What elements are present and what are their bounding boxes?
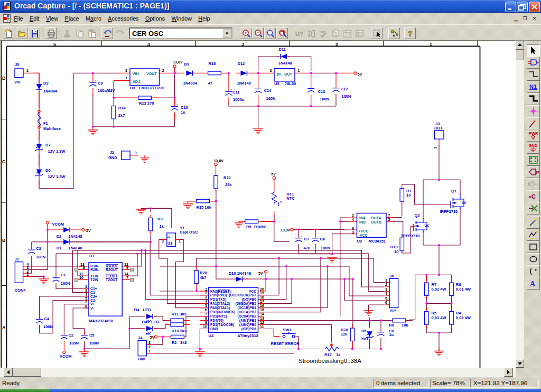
svg-text:RESET ERROR: RESET ERROR bbox=[271, 341, 300, 346]
svg-text:«C: «C bbox=[528, 193, 536, 200]
svg-text:(OC1B)PB4: (OC1B)PB4 bbox=[237, 306, 256, 310]
svg-text:6: 6 bbox=[385, 301, 387, 304]
svg-text:7: 7 bbox=[126, 276, 128, 279]
svg-text:U2: U2 bbox=[357, 239, 362, 244]
svg-text:D6: D6 bbox=[45, 168, 51, 173]
svg-text:LED: LED bbox=[143, 307, 152, 312]
svg-text:R12: R12 bbox=[223, 175, 231, 180]
svg-text:Stroombewaking0..38A: Stroombewaking0..38A bbox=[299, 358, 361, 364]
svg-text:3: 3 bbox=[385, 287, 387, 291]
svg-text:SW1: SW1 bbox=[283, 328, 291, 332]
svg-text:12: 12 bbox=[260, 321, 264, 324]
svg-text:C1+: C1+ bbox=[90, 287, 97, 291]
svg-text:5V: 5V bbox=[258, 272, 263, 275]
svg-text:PA2(RESET): PA2(RESET) bbox=[210, 290, 231, 294]
svg-text:100N: 100N bbox=[43, 324, 53, 329]
svg-text:5: 5 bbox=[85, 296, 87, 300]
svg-text:U4: U4 bbox=[209, 333, 214, 338]
svg-text:(DO)PB6: (DO)PB6 bbox=[242, 297, 256, 302]
svg-text:D4: D4 bbox=[134, 307, 139, 312]
svg-text:14: 14 bbox=[124, 272, 128, 276]
svg-text:5: 5 bbox=[205, 304, 207, 307]
svg-text:ATtiny2313: ATtiny2313 bbox=[237, 333, 258, 338]
svg-text:D3: D3 bbox=[43, 81, 49, 86]
svg-text:PD3(INT1): PD3(INT1) bbox=[210, 314, 227, 319]
svg-text:1: 1 bbox=[27, 273, 29, 276]
svg-text:(OC0A)PB2: (OC0A)PB2 bbox=[237, 314, 256, 319]
svg-text:C10: C10 bbox=[181, 105, 188, 110]
svg-text:4: 4 bbox=[85, 293, 87, 296]
svg-text:1: 1 bbox=[433, 147, 437, 149]
svg-text:R13 270: R13 270 bbox=[139, 101, 154, 106]
svg-text:16: 16 bbox=[260, 304, 264, 307]
svg-text:R17: R17 bbox=[324, 352, 332, 357]
svg-text:?: ? bbox=[408, 30, 413, 38]
svg-text:11: 11 bbox=[260, 325, 264, 329]
svg-text:C2-: C2- bbox=[90, 298, 96, 302]
svg-text:D7: D7 bbox=[45, 143, 51, 147]
svg-text:1: 1 bbox=[148, 349, 151, 353]
svg-text:C6: C6 bbox=[320, 237, 325, 241]
svg-text:2: 2 bbox=[335, 42, 338, 47]
svg-text:3: 3 bbox=[352, 230, 354, 234]
svg-text:(OC1A)PB3: (OC1A)PB3 bbox=[237, 310, 256, 314]
svg-text:MC34151: MC34151 bbox=[369, 239, 386, 244]
svg-text:(ICP)PD6: (ICP)PD6 bbox=[241, 327, 257, 331]
svg-text:t: t bbox=[278, 200, 280, 208]
svg-text:22k: 22k bbox=[225, 182, 232, 187]
svg-text:1N4148: 1N4148 bbox=[68, 234, 82, 239]
svg-text:1N4004: 1N4004 bbox=[183, 81, 198, 86]
svg-text:CER OSC: CER OSC bbox=[180, 230, 198, 235]
svg-text:10: 10 bbox=[394, 249, 398, 254]
svg-text:J1: J1 bbox=[15, 257, 19, 262]
svg-text:1N4148: 1N4148 bbox=[237, 81, 251, 86]
svg-text:D12: D12 bbox=[238, 61, 245, 66]
svg-text:47: 47 bbox=[208, 81, 212, 86]
svg-text:13: 13 bbox=[260, 316, 264, 320]
svg-text:D10 1N4148: D10 1N4148 bbox=[229, 271, 251, 276]
svg-text:100N: 100N bbox=[321, 246, 330, 250]
svg-text:R2: R2 bbox=[172, 340, 177, 345]
svg-text:4: 4 bbox=[205, 300, 207, 303]
svg-text:2: 2 bbox=[162, 69, 164, 72]
svg-text:T2OUT: T2OUT bbox=[106, 278, 118, 282]
svg-text:1: 1 bbox=[205, 287, 207, 291]
svg-text:VCOM: VCOM bbox=[60, 354, 72, 359]
svg-text:R15 10k: R15 10k bbox=[197, 205, 212, 210]
svg-text:18: 18 bbox=[260, 295, 264, 299]
svg-text:F1: F1 bbox=[43, 121, 48, 126]
svg-text:(UCSK/SCK)PB7: (UCSK/SCK)PB7 bbox=[229, 293, 256, 297]
svg-text:C13: C13 bbox=[318, 89, 325, 94]
svg-text:IN: IN bbox=[277, 72, 281, 76]
svg-text:VIN: VIN bbox=[133, 72, 139, 76]
svg-text:C11: C11 bbox=[232, 90, 239, 95]
svg-text:6: 6 bbox=[205, 308, 207, 312]
svg-text:MAX232A/S0: MAX232A/S0 bbox=[89, 319, 113, 323]
svg-text:31: 31 bbox=[168, 241, 172, 246]
svg-text:Hall: Hall bbox=[138, 357, 145, 361]
svg-text:VCC: VCC bbox=[249, 290, 256, 293]
svg-text:R185C: R185C bbox=[254, 225, 267, 229]
svg-text:GND: GND bbox=[210, 327, 218, 331]
svg-text:1N4148: 1N4148 bbox=[278, 61, 292, 66]
svg-text:IRFP3710: IRFP3710 bbox=[440, 209, 458, 214]
svg-text:PWR: PWR bbox=[529, 131, 538, 136]
svg-text:1: 1 bbox=[179, 239, 181, 243]
svg-text:(AIN1)PB1: (AIN1)PB1 bbox=[239, 319, 257, 323]
svg-text:OUT: OUT bbox=[284, 72, 293, 76]
svg-text:1: 1 bbox=[26, 69, 29, 72]
svg-text:9: 9 bbox=[205, 321, 207, 324]
svg-text:PA0(XTAL1): PA0(XTAL1) bbox=[210, 306, 230, 310]
svg-text:3: 3 bbox=[85, 288, 87, 292]
svg-text:2: 2 bbox=[205, 291, 207, 295]
svg-text:1: 1 bbox=[298, 69, 300, 72]
svg-text:R11 3k3: R11 3k3 bbox=[172, 312, 186, 316]
svg-text:C9: C9 bbox=[98, 81, 103, 86]
svg-text:PD5(T1/OC0B): PD5(T1/OC0B) bbox=[210, 323, 234, 327]
svg-text:14: 14 bbox=[260, 312, 264, 316]
svg-text:1: 1 bbox=[135, 151, 137, 155]
svg-text:100u/63V: 100u/63V bbox=[98, 88, 115, 93]
svg-text:7: 7 bbox=[205, 312, 207, 316]
svg-text:R14: R14 bbox=[118, 106, 126, 110]
svg-text:GND: GND bbox=[108, 155, 117, 160]
